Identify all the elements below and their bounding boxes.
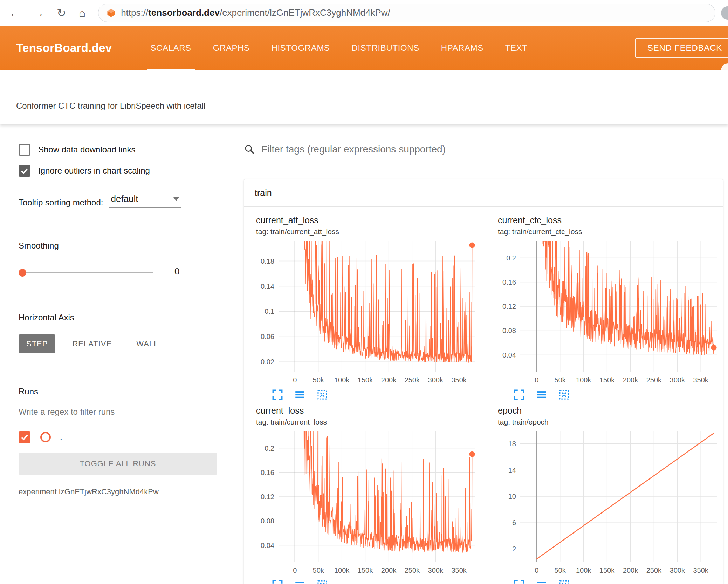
svg-text:100k: 100k	[334, 566, 350, 574]
chevron-down-icon	[173, 197, 179, 201]
svg-text:300k: 300k	[670, 376, 685, 384]
app-header: TensorBoard.dev SCALARS GRAPHS HISTOGRAM…	[0, 26, 728, 70]
data-series-icon[interactable]	[536, 579, 548, 584]
fit-domain-icon[interactable]	[316, 389, 328, 401]
svg-text:350k: 350k	[452, 376, 467, 384]
tensorboard-favicon	[106, 8, 116, 18]
svg-text:0.12: 0.12	[502, 303, 516, 310]
tag-filter-input[interactable]	[261, 144, 723, 155]
svg-text:0.2: 0.2	[265, 444, 274, 452]
axis-step-button[interactable]: STEP	[19, 334, 55, 353]
chart-current-ctc-loss: current_ctc_loss tag: train/current_ctc_…	[490, 215, 728, 401]
checkbox-unchecked-icon[interactable]	[19, 144, 30, 156]
runs-filter-input[interactable]	[19, 407, 221, 421]
data-series-icon[interactable]	[294, 579, 306, 584]
smoothing-slider[interactable]	[19, 269, 153, 277]
tab-distributions[interactable]: DISTRIBUTIONS	[352, 26, 419, 70]
divider	[19, 225, 221, 225]
svg-text:300k: 300k	[670, 566, 685, 574]
chart-plot-area[interactable]: 0.020.060.10.140.18050k100k150k200k250k3…	[256, 238, 480, 387]
tag-filter-row	[244, 144, 723, 161]
svg-text:14: 14	[508, 466, 516, 474]
fullscreen-icon[interactable]	[513, 389, 525, 401]
svg-text:350k: 350k	[452, 566, 467, 574]
fit-domain-icon[interactable]	[558, 389, 570, 401]
tab-scalars[interactable]: SCALARS	[150, 26, 191, 70]
slider-track[interactable]	[19, 272, 153, 273]
chart-title: epoch	[498, 406, 722, 416]
data-series-icon[interactable]	[536, 389, 548, 401]
svg-text:100k: 100k	[576, 566, 591, 574]
svg-text:0.08: 0.08	[502, 327, 516, 334]
svg-text:0.16: 0.16	[502, 278, 516, 286]
svg-text:50k: 50k	[313, 376, 324, 384]
svg-text:0: 0	[535, 566, 538, 574]
chart-plot-area[interactable]: 26101418050k100k150k200k250k300k350k	[498, 428, 722, 577]
run-checkbox-checked-icon[interactable]	[19, 431, 30, 443]
divider	[19, 371, 221, 371]
svg-text:0.18: 0.18	[261, 257, 274, 265]
back-icon[interactable]: ←	[9, 7, 20, 19]
send-feedback-button[interactable]: SEND FEEDBACK	[635, 38, 728, 58]
train-section-card: train current_att_loss tag: train/curren…	[244, 179, 723, 584]
show-download-links-checkbox[interactable]: Show data download links	[19, 144, 221, 156]
top-nav: SCALARS GRAPHS HISTOGRAMS DISTRIBUTIONS …	[150, 26, 527, 70]
tooltip-sorting-value: default	[111, 193, 138, 204]
tab-text[interactable]: TEXT	[505, 26, 528, 70]
forward-icon[interactable]: →	[33, 7, 44, 19]
chart-plot-area[interactable]: 0.040.080.120.160.2050k100k150k200k250k3…	[256, 428, 480, 577]
svg-text:200k: 200k	[623, 566, 638, 574]
slider-knob[interactable]	[19, 269, 26, 277]
tab-histograms[interactable]: HISTOGRAMS	[272, 26, 330, 70]
chart-toolbar	[256, 579, 480, 584]
chart-tag: tag: train/epoch	[498, 418, 722, 426]
reload-icon[interactable]: ↻	[57, 7, 66, 19]
fit-domain-icon[interactable]	[558, 579, 570, 584]
svg-text:300k: 300k	[428, 376, 444, 384]
svg-text:350k: 350k	[693, 376, 709, 384]
runs-label: Runs	[19, 387, 221, 396]
tab-hparams[interactable]: HPARAMS	[441, 26, 483, 70]
checkbox-checked-icon[interactable]	[19, 165, 30, 177]
train-section-header[interactable]: train	[244, 179, 723, 207]
data-series-icon[interactable]	[294, 389, 306, 401]
ignore-outliers-checkbox[interactable]: Ignore outliers in chart scaling	[19, 165, 221, 177]
chart-epoch: epoch tag: train/epoch 26101418050k100k1…	[490, 406, 728, 584]
fullscreen-icon[interactable]	[272, 579, 283, 584]
fullscreen-icon[interactable]	[513, 579, 525, 584]
run-color-ring-icon[interactable]	[40, 432, 51, 442]
svg-text:0.12: 0.12	[261, 493, 274, 501]
chart-plot-area[interactable]: 0.040.080.120.160.2050k100k150k200k250k3…	[498, 238, 722, 387]
svg-text:150k: 150k	[358, 566, 373, 574]
chart-toolbar	[256, 389, 480, 401]
svg-text:150k: 150k	[358, 376, 373, 384]
tooltip-sorting-select[interactable]: default	[109, 193, 181, 208]
svg-text:300k: 300k	[428, 566, 444, 574]
svg-text:0.2: 0.2	[506, 254, 516, 262]
chart-tag: tag: train/current_ctc_loss	[498, 228, 722, 236]
address-bar[interactable]: https://tensorboard.dev/experiment/lzGnE…	[98, 4, 715, 22]
search-icon	[244, 144, 255, 155]
axis-relative-button[interactable]: RELATIVE	[64, 334, 119, 353]
svg-text:150k: 150k	[599, 376, 615, 384]
tooltip-sorting-label: Tooltip sorting method:	[19, 198, 103, 208]
chart-toolbar	[498, 389, 722, 401]
experiment-id-caption: experiment lzGnETjwRxC3yghNMd4kPw	[19, 487, 221, 496]
svg-text:0.06: 0.06	[261, 333, 274, 340]
url-text: https://tensorboard.dev/experiment/lzGnE…	[121, 7, 390, 18]
fit-domain-icon[interactable]	[316, 579, 328, 584]
fullscreen-icon[interactable]	[272, 389, 283, 401]
svg-text:250k: 250k	[646, 376, 662, 384]
smoothing-value-field[interactable]: 0	[168, 266, 213, 279]
toggle-all-runs-button[interactable]: TOGGLE ALL RUNS	[19, 453, 217, 475]
tab-graphs[interactable]: GRAPHS	[213, 26, 250, 70]
svg-text:100k: 100k	[334, 376, 350, 384]
chart-tag: tag: train/current_att_loss	[256, 228, 480, 236]
smoothing-label: Smoothing	[19, 241, 221, 251]
horizontal-axis-label: Horizontal Axis	[19, 313, 221, 322]
browser-profile-avatar[interactable]	[721, 6, 728, 20]
svg-text:50k: 50k	[555, 376, 566, 384]
svg-text:0.1: 0.1	[265, 307, 274, 315]
home-icon[interactable]: ⌂	[79, 7, 85, 19]
axis-wall-button[interactable]: WALL	[129, 334, 166, 353]
